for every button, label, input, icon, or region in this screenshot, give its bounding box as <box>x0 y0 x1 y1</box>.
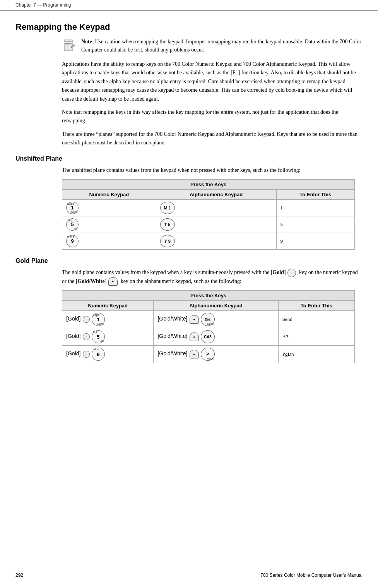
unshifted-plane-title: Unshifted Plane <box>15 155 363 162</box>
table-row: 5 JKL A3 T 5 5 <box>62 216 355 233</box>
chapter-header: Chapter 7 — Programming <box>0 0 378 10</box>
svg-rect-1 <box>65 41 72 42</box>
alpha-key-y9: Y 9 <box>160 235 175 247</box>
alpha-key-t5: T 5 <box>160 218 175 231</box>
gold-white-bracket-1: [Gold/White] <box>157 315 187 322</box>
note-content: Use caution when remapping the keypad. I… <box>81 39 361 53</box>
gold-col3-header: To Enter This <box>278 301 354 311</box>
goldwhite-key-label: Gold/White <box>77 278 104 284</box>
gold-alpha-cell-1: [Gold/White] ● Esc Send <box>154 311 278 328</box>
alpha-pgdn: P PgDn <box>201 348 215 361</box>
note-icon <box>62 38 77 53</box>
unshifted-alpha-key-9: Y 9 <box>156 233 276 249</box>
gold-col1-header: Numeric Keypad <box>62 301 154 311</box>
note-label: Note <box>81 39 92 45</box>
gold-plane-description: The gold plane contains values from the … <box>15 268 363 286</box>
gold-alpha-cell-2: [Gold/White] ● CA3 <box>154 328 278 346</box>
gold-white-bracket-3: [Gold/White] <box>157 350 187 357</box>
alpha-esc-send: Esc Send <box>201 313 215 326</box>
goldwhite-key-icon: ● <box>108 277 118 286</box>
body-para-1: Applications have the ability to remap k… <box>15 60 363 103</box>
svg-rect-3 <box>65 45 69 45</box>
unshifted-plane-description: The unshifted plane contains values from… <box>15 166 363 175</box>
page-footer: 292 700 Series Color Mobile Computer Use… <box>0 570 378 580</box>
gold-num-cell-2: [Gold] ○ 5 PgL A3 <box>62 328 154 346</box>
numeric-key-1: 1 Caps Send <box>66 202 79 214</box>
gold-value-3: PgDn <box>278 346 354 363</box>
body-para-2: Note that remapping the keys in this way… <box>15 108 363 125</box>
gold-plane-table: Press the Keys Numeric Keypad Alphanumer… <box>62 290 355 363</box>
note-block: Note: Use caution when remapping the key… <box>15 38 363 54</box>
unshifted-value-1: 1 <box>276 199 355 216</box>
unshifted-num-key-9: 9 WXYZ <box>62 233 156 249</box>
content-area: Remapping the Keypad Note: Use caution w… <box>0 10 378 402</box>
unshifted-table-header: Press the Keys <box>62 179 355 189</box>
goldwhite-flat-3: ● <box>190 350 199 358</box>
main-section-title: Remapping the Keypad <box>15 22 363 32</box>
goldwhite-flat-1: ● <box>190 315 199 324</box>
unshifted-num-key-5: 5 JKL A3 <box>62 216 156 233</box>
num-9-key-gold: 9 WXYZ <box>92 348 105 361</box>
table-row: 9 WXYZ Y 9 9 <box>62 233 355 249</box>
body-para-3: There are three “planes” supported for t… <box>15 130 363 147</box>
note-text: Note: Use caution when remapping the key… <box>81 38 363 54</box>
gold-circle-key-3: ○ <box>83 351 90 358</box>
unshifted-alpha-key-1: M 1 <box>156 199 276 216</box>
svg-rect-2 <box>65 43 72 44</box>
alpha-key-m1: M 1 <box>160 202 175 214</box>
unshifted-value-9: 9 <box>276 233 355 249</box>
numeric-key-9: 9 WXYZ <box>66 235 79 247</box>
gold-circle-key-1: ○ <box>83 316 90 323</box>
num-1-key: 1 Caps Send <box>92 313 105 326</box>
goldwhite-flat-2: ● <box>190 333 199 341</box>
gold-value-2: A3 <box>278 328 354 346</box>
table-row: 1 Caps Send M 1 1 <box>62 199 355 216</box>
unshifted-plane-table: Press the Keys Numeric Keypad Alphanumer… <box>62 179 355 250</box>
chapter-title: Chapter 7 — Programming <box>15 2 71 8</box>
gold-bracket-1: [Gold] <box>66 315 80 322</box>
gold-key-label: Gold <box>272 269 284 275</box>
gold-circle-key-2: ○ <box>83 333 90 340</box>
gold-num-cell-1: [Gold] ○ 1 Caps Send <box>62 311 154 328</box>
numeric-key-5: 5 JKL A3 <box>66 218 79 231</box>
gold-value-1: Send <box>278 311 354 328</box>
unshifted-alpha-key-5: T 5 <box>156 216 276 233</box>
gold-white-bracket-2: [Gold/White] <box>157 333 187 339</box>
num-5-key-gold: 5 PgL A3 <box>92 330 105 343</box>
gold-bracket-3: [Gold] <box>66 350 80 357</box>
alpha-ca3: CA3 <box>201 330 215 343</box>
gold-plane-title: Gold Plane <box>15 257 363 264</box>
gold-key-circle: ○ <box>287 269 296 277</box>
gold-alpha-cell-3: [Gold/White] ● P PgDn <box>154 346 278 363</box>
table-row: [Gold] ○ 5 PgL A3 [Gold/White] ● CA3 A3 <box>62 328 355 346</box>
gold-bracket-2: [Gold] <box>66 333 80 339</box>
table-row: [Gold] ○ 1 Caps Send [Gold/White] ● Esc … <box>62 311 355 328</box>
unshifted-col2-header: Alphanumeric Keypad <box>156 189 276 199</box>
unshifted-col1-header: Numeric Keypad <box>62 189 156 199</box>
gold-table-header: Press the Keys <box>62 291 355 301</box>
unshifted-col3-header: To Enter This <box>276 189 355 199</box>
unshifted-num-key-1: 1 Caps Send <box>62 199 156 216</box>
gold-num-cell-3: [Gold] ○ 9 WXYZ <box>62 346 154 363</box>
table-row: [Gold] ○ 9 WXYZ [Gold/White] ● P PgDn Pg… <box>62 346 355 363</box>
page-number: 292 <box>15 573 23 578</box>
manual-title: 700 Series Color Mobile Computer User's … <box>260 573 363 578</box>
gold-col2-header: Alphanumeric Keypad <box>154 301 278 311</box>
unshifted-value-5: 5 <box>276 216 355 233</box>
